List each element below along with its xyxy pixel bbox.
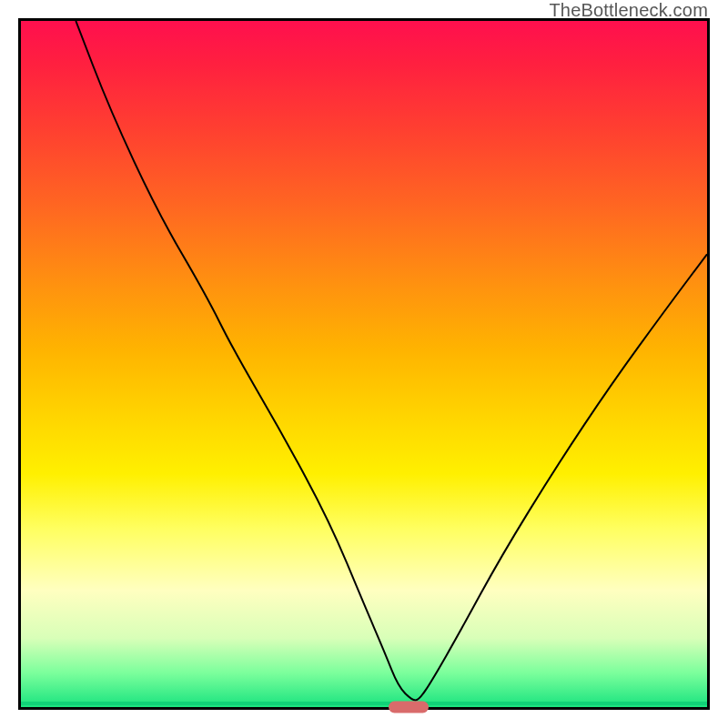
chart-curve-layer (21, 21, 707, 707)
bottleneck-curve (76, 21, 707, 700)
minimum-marker (389, 702, 429, 713)
chart-plot-area (18, 18, 710, 710)
